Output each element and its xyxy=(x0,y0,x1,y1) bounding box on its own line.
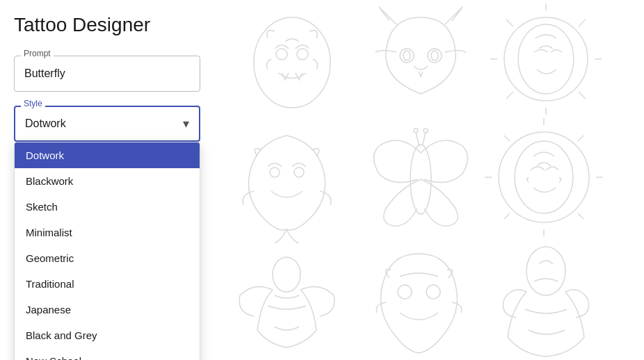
svg-point-6 xyxy=(431,51,438,60)
tattoo-sketch-7 xyxy=(233,247,341,358)
chevron-down-icon: ▾ xyxy=(183,116,189,131)
tattoo-sketch-3 xyxy=(487,0,605,122)
style-selected-value: Dotwork xyxy=(25,117,66,130)
dropdown-item[interactable]: Black and Grey xyxy=(15,322,200,348)
tattoo-sketch-1 xyxy=(236,7,348,118)
prompt-field-wrapper: Prompt xyxy=(14,56,209,92)
svg-point-16 xyxy=(273,257,300,292)
dropdown-item[interactable]: Sketch xyxy=(15,194,200,220)
style-dropdown-list: DotworkBlackworkSketchMinimalistGeometri… xyxy=(14,142,200,360)
dropdown-item[interactable]: Dotwork xyxy=(15,142,200,168)
svg-point-19 xyxy=(526,247,565,295)
svg-point-17 xyxy=(398,285,412,299)
left-panel: Tattoo Designer Prompt Style Dotwork ▾ D… xyxy=(0,0,223,360)
style-select-display[interactable]: Dotwork ▾ xyxy=(14,106,200,142)
dropdown-item[interactable]: Geometric xyxy=(15,245,200,271)
style-label: Style xyxy=(21,99,45,108)
tattoo-sketch-4 xyxy=(230,122,344,243)
svg-point-10 xyxy=(294,167,304,177)
tattoo-sketch-2 xyxy=(369,3,473,118)
prompt-input[interactable] xyxy=(14,56,200,92)
tattoo-sketch-5 xyxy=(365,118,476,240)
svg-point-18 xyxy=(426,285,440,299)
svg-point-14 xyxy=(499,132,589,222)
dropdown-item[interactable]: New School xyxy=(15,348,200,360)
dropdown-item[interactable]: Blackwork xyxy=(15,168,200,194)
dropdown-item[interactable]: Japanese xyxy=(15,297,200,322)
tattoo-background xyxy=(223,0,644,360)
right-panel xyxy=(223,0,644,360)
page-title: Tattoo Designer xyxy=(14,14,209,36)
svg-point-7 xyxy=(504,17,588,101)
svg-point-0 xyxy=(254,17,330,108)
tattoo-sketch-9 xyxy=(487,240,605,360)
style-field-wrapper: Style Dotwork ▾ DotworkBlackworkSketchMi… xyxy=(14,106,209,142)
dropdown-item[interactable]: Traditional xyxy=(15,271,200,297)
dropdown-item[interactable]: Minimalist xyxy=(15,220,200,245)
svg-point-9 xyxy=(270,167,280,177)
svg-point-1 xyxy=(276,49,287,60)
prompt-label: Prompt xyxy=(21,49,54,58)
tattoo-sketch-8 xyxy=(362,243,476,360)
style-select-wrapper: Style Dotwork ▾ DotworkBlackworkSketchMi… xyxy=(14,106,200,142)
tattoo-sketch-6 xyxy=(483,115,605,240)
svg-point-2 xyxy=(297,49,308,60)
svg-point-5 xyxy=(403,51,410,60)
